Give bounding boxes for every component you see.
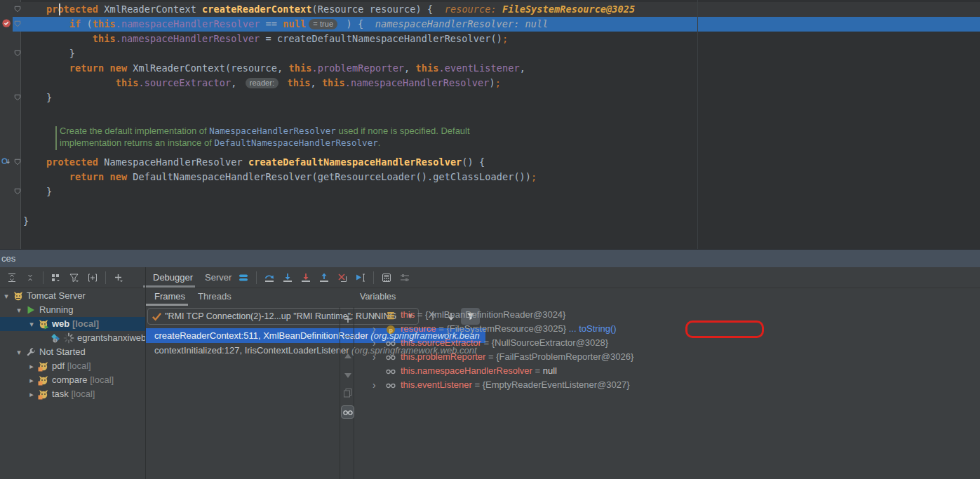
- code-line[interactable]: return new DefaultNamespaceHandlerResolv…: [0, 170, 980, 184]
- tree-row-not-started[interactable]: ▾Not Started: [0, 345, 145, 359]
- chevron-right-icon[interactable]: ›: [372, 350, 376, 364]
- code-segment: [98, 4, 104, 15]
- services-tree[interactable]: ▾Tomcat Server▾Running▾web [local]egrant…: [0, 288, 145, 479]
- code-segment: if: [69, 18, 81, 29]
- tab-threads[interactable]: Threads: [198, 288, 231, 306]
- code-segment: resource) {: [364, 4, 434, 15]
- analyze-frame-icon[interactable]: [83, 269, 102, 286]
- fold-marker-icon[interactable]: [14, 6, 21, 13]
- filter-icon[interactable]: [65, 269, 83, 286]
- fold-marker-icon[interactable]: [14, 188, 21, 195]
- chevron-right-icon[interactable]: ›: [372, 308, 376, 322]
- code-segment: (getResourceLoader().getClassLoader()): [311, 171, 531, 182]
- doc-text: implementation returns an instance of: [60, 137, 214, 148]
- force-step-into-icon[interactable]: [297, 269, 315, 286]
- fold-marker-icon[interactable]: [14, 50, 21, 57]
- frame-location: createReaderContext:511, XmlBeanDefiniti…: [154, 330, 370, 341]
- doc-text: Create the default implementation of: [60, 126, 209, 136]
- code-segment: .sourceExtractor: [139, 77, 231, 88]
- breakpoint-verified-icon[interactable]: [2, 19, 12, 29]
- show-watches-icon[interactable]: [341, 405, 354, 419]
- code-line[interactable]: [0, 199, 980, 214]
- tree-row-suffix: [local]: [65, 360, 91, 371]
- code-line[interactable]: protected NamespaceHandlerResolver creat…: [0, 155, 980, 170]
- code-line[interactable]: if (this.namespaceHandlerResolver == nul…: [0, 17, 980, 32]
- chevron-right-icon[interactable]: ›: [372, 322, 376, 336]
- drop-frame-icon[interactable]: [333, 269, 351, 286]
- groupby-icon[interactable]: [47, 269, 65, 286]
- equals-sign: =: [436, 323, 447, 334]
- code-segment: [23, 18, 69, 29]
- step-over-icon[interactable]: [260, 269, 278, 286]
- code-line[interactable]: this.namespaceHandlerResolver = createDe…: [0, 32, 980, 46]
- fold-marker-icon[interactable]: [14, 20, 21, 27]
- tree-row-web[interactable]: ▾web [local]: [0, 317, 145, 331]
- code-segment: return: [69, 171, 104, 182]
- code-line[interactable]: }: [0, 46, 980, 61]
- code-segment: ,: [404, 62, 415, 74]
- tree-row-egrantshanxiweb[interactable]: egrantshanxiweb: [0, 331, 145, 345]
- code-line[interactable]: protected XmlReaderContext createReaderC…: [0, 2, 980, 17]
- code-segment: this: [322, 77, 345, 88]
- collapse-all-icon[interactable]: [21, 269, 39, 286]
- move-watch-down-icon[interactable]: [341, 368, 354, 382]
- tree-row-label: egrantshanxiweb: [77, 331, 145, 345]
- variable-value: null: [543, 365, 557, 376]
- code-segment: [433, 4, 444, 15]
- tomcat-stopped-icon: [38, 375, 49, 386]
- toolwindow-header[interactable]: ces: [0, 249, 980, 267]
- step-into-icon[interactable]: [278, 269, 297, 286]
- chevron-right-icon[interactable]: ›: [372, 378, 376, 392]
- chevron-right-icon[interactable]: ›: [372, 336, 376, 350]
- tree-row-running[interactable]: ▾Running: [0, 303, 145, 317]
- variable-name: this.eventListener: [401, 379, 472, 390]
- code-line[interactable]: }: [0, 184, 980, 199]
- artifact-icon: [51, 332, 62, 344]
- tree-row-suffix: [local]: [88, 375, 114, 385]
- tree-row-pdf[interactable]: ▸pdf [local]: [0, 359, 145, 373]
- code-segment: createDefaultNamespaceHandlerResolver: [248, 156, 462, 168]
- evaluate-expression-icon[interactable]: [377, 269, 396, 286]
- code-block-1[interactable]: protected XmlReaderContext createReaderC…: [0, 2, 980, 105]
- add-watch-icon[interactable]: [341, 312, 354, 325]
- toolwindow-title: ces: [0, 253, 15, 264]
- rendered-doc-comment[interactable]: Create the default implementation of Nam…: [55, 125, 470, 149]
- tree-row-tomcat-server[interactable]: ▾Tomcat Server: [0, 289, 145, 303]
- expand-all-icon[interactable]: [3, 269, 21, 286]
- code-line[interactable]: this.sourceExtractor, reader: this, this…: [0, 76, 980, 90]
- code-block-2[interactable]: protected NamespaceHandlerResolver creat…: [0, 155, 980, 229]
- add-icon[interactable]: [109, 269, 128, 286]
- chevron-down-icon[interactable]: ▾: [14, 345, 24, 359]
- run-to-cursor-icon[interactable]: [351, 269, 370, 286]
- tab-debugger[interactable]: Debugger: [153, 267, 193, 288]
- chevron-down-icon[interactable]: ▾: [1, 289, 11, 303]
- chevron-right-icon[interactable]: ▸: [27, 373, 36, 387]
- step-out-icon[interactable]: [315, 269, 333, 286]
- code-segment: }: [23, 215, 29, 227]
- duplicate-watch-icon[interactable]: [341, 386, 354, 399]
- pause-icon[interactable]: [234, 269, 253, 286]
- fold-marker-icon[interactable]: [14, 94, 21, 101]
- code-segment: namespaceHandlerResolver: null: [375, 18, 549, 29]
- code-line[interactable]: }: [0, 90, 980, 105]
- move-watch-up-icon[interactable]: [341, 349, 354, 363]
- tree-row-task[interactable]: ▸task [local]: [0, 387, 145, 401]
- tree-row-compare[interactable]: ▸compare [local]: [0, 373, 145, 387]
- layout-settings-icon[interactable]: [396, 269, 414, 286]
- code-segment: ;: [531, 171, 537, 182]
- chevron-down-icon[interactable]: ▾: [14, 303, 24, 317]
- chevron-down-icon[interactable]: ▾: [27, 317, 36, 331]
- code-editor[interactable]: protected XmlReaderContext createReaderC…: [0, 0, 980, 249]
- tostring-link[interactable]: ... toString(): [566, 323, 617, 334]
- code-segment: }: [23, 186, 52, 197]
- fold-marker-icon[interactable]: [14, 158, 21, 166]
- code-line[interactable]: }: [0, 214, 980, 229]
- remove-watch-icon[interactable]: [341, 330, 354, 343]
- inline-debugger-hint-pill: reader:: [246, 78, 279, 88]
- code-line[interactable]: return new XmlReaderContext(resource, th…: [0, 61, 980, 76]
- override-marker-icon[interactable]: [1, 157, 11, 167]
- panel-divider[interactable]: [145, 267, 146, 479]
- chevron-right-icon[interactable]: ▸: [27, 387, 36, 401]
- tab-server[interactable]: Server: [205, 267, 231, 288]
- chevron-right-icon[interactable]: ▸: [27, 359, 36, 373]
